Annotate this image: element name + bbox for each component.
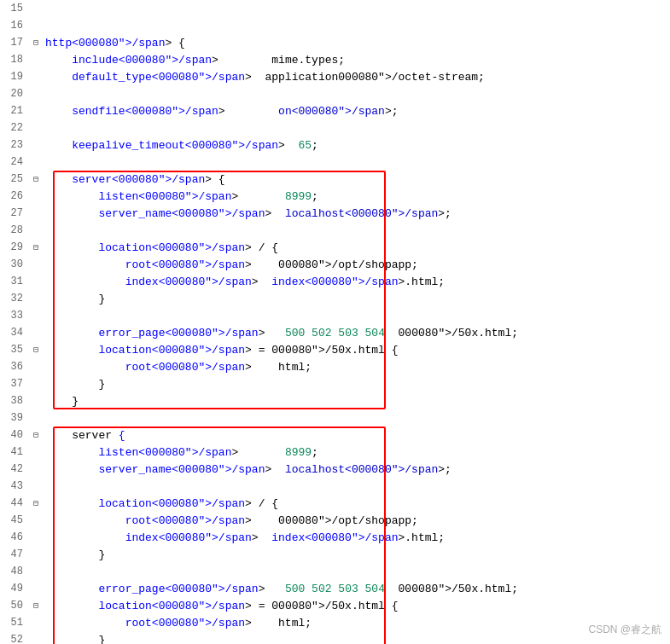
line-number: 47 <box>0 548 30 560</box>
code-text: root<000080">/span> 000080">/opt/shopapp… <box>42 514 418 527</box>
line-number: 50 <box>0 600 30 612</box>
code-line: 18 include<000080">/span> mime.types; <box>0 51 670 68</box>
code-line: 46 index<000080">/span> index<000080">/s… <box>0 529 670 546</box>
code-line: 40⊟ server { <box>0 426 670 444</box>
code-line: 32 } <box>0 290 670 307</box>
line-number: 18 <box>0 54 30 66</box>
fold-icon[interactable]: ⊟ <box>30 242 42 252</box>
code-line: 21 sendfile<000080">/span> on<000080">/s… <box>0 102 670 119</box>
code-line: 37 } <box>0 375 670 392</box>
code-line: 36 root<000080">/span> html; <box>0 358 670 375</box>
code-line: 48 <box>0 563 670 580</box>
line-number: 25 <box>0 173 30 185</box>
code-line: 20 <box>0 85 670 102</box>
code-text: location<000080">/span> / { <box>42 497 278 510</box>
code-line: 24 <box>0 154 670 171</box>
line-number: 39 <box>0 412 30 424</box>
code-text: http<000080">/span> { <box>42 37 185 49</box>
line-number: 29 <box>0 241 30 253</box>
line-number: 34 <box>0 327 30 339</box>
line-number: 16 <box>0 20 30 32</box>
code-line: 39 <box>0 409 670 426</box>
code-line: 34 error_page<000080">/span> 500 502 503… <box>0 324 670 341</box>
code-line: 25⊟ server<000080">/span> { <box>0 171 670 188</box>
code-line: 44⊟ location<000080">/span> / { <box>0 495 670 512</box>
code-text: } <box>42 378 105 391</box>
code-line: 38 } <box>0 392 670 409</box>
code-text: root<000080">/span> 000080">/opt/shopapp… <box>42 258 418 271</box>
code-line: 31 index<000080">/span> index<000080">/s… <box>0 273 670 290</box>
code-line: 47 } <box>0 546 670 563</box>
code-text: include<000080">/span> mime.types; <box>42 54 345 67</box>
code-line: 23 keepalive_timeout<000080">/span> 65; <box>0 136 670 154</box>
fold-icon[interactable]: ⊟ <box>30 430 42 440</box>
code-text: error_page<000080">/span> 500 502 503 50… <box>42 327 518 339</box>
code-text: index<000080">/span> index<000080">/span… <box>42 531 445 544</box>
code-text: root<000080">/span> html; <box>42 617 312 629</box>
code-text: } <box>42 634 105 645</box>
code-area: 151617⊟http<000080">/span> {18 include<0… <box>0 0 670 644</box>
fold-icon[interactable]: ⊟ <box>30 174 42 184</box>
code-editor: 151617⊟http<000080">/span> {18 include<0… <box>0 0 670 644</box>
fold-icon[interactable]: ⊟ <box>30 38 42 48</box>
line-number: 24 <box>0 156 30 168</box>
line-number: 37 <box>0 378 30 390</box>
fold-icon[interactable]: ⊟ <box>30 600 42 611</box>
watermark: CSDN @睿之航 <box>588 623 661 637</box>
code-line: 52 } <box>0 631 670 644</box>
code-text: server_name<000080">/span> localhost<000… <box>42 463 452 476</box>
code-line: 45 root<000080">/span> 000080">/opt/shop… <box>0 512 670 529</box>
line-number: 38 <box>0 395 30 407</box>
line-number: 31 <box>0 276 30 287</box>
code-text: } <box>42 293 105 305</box>
line-number: 30 <box>0 258 30 270</box>
line-number: 22 <box>0 122 30 134</box>
code-line: 16 <box>0 17 670 34</box>
code-line: 28 <box>0 222 670 239</box>
code-line: 30 root<000080">/span> 000080">/opt/shop… <box>0 256 670 273</box>
code-text: location<000080">/span> = 000080">/50x.h… <box>42 600 399 612</box>
line-number: 20 <box>0 88 30 100</box>
code-line: 43 <box>0 478 670 495</box>
line-number: 46 <box>0 531 30 543</box>
code-text: error_page<000080">/span> 500 502 503 50… <box>42 583 518 595</box>
code-line: 29⊟ location<000080">/span> / { <box>0 239 670 256</box>
line-number: 52 <box>0 634 30 644</box>
code-text: } <box>42 548 105 561</box>
code-text: } <box>42 395 79 408</box>
code-line: 51 root<000080">/span> html; <box>0 614 670 631</box>
line-number: 35 <box>0 344 30 356</box>
line-number: 45 <box>0 514 30 526</box>
code-text: server<000080">/span> { <box>42 173 225 186</box>
line-number: 33 <box>0 310 30 322</box>
code-text: root<000080">/span> html; <box>42 361 312 374</box>
code-line: 50⊟ location<000080">/span> = 000080">/5… <box>0 597 670 614</box>
line-number: 48 <box>0 566 30 577</box>
code-text: location<000080">/span> / { <box>42 241 278 254</box>
line-number: 44 <box>0 497 30 509</box>
code-line: 19 default_type<000080">/span> applicati… <box>0 68 670 85</box>
line-number: 28 <box>0 224 30 236</box>
code-text: server { <box>42 429 125 442</box>
line-number: 41 <box>0 446 30 458</box>
code-text: keepalive_timeout<000080">/span> 65; <box>42 139 318 152</box>
line-number: 49 <box>0 583 30 595</box>
code-line: 17⊟http<000080">/span> { <box>0 34 670 51</box>
fold-icon[interactable]: ⊟ <box>30 498 42 508</box>
code-text: listen<000080">/span> 8999; <box>42 446 318 459</box>
line-number: 36 <box>0 361 30 373</box>
line-number: 17 <box>0 37 30 49</box>
line-number: 43 <box>0 480 30 492</box>
line-number: 51 <box>0 617 30 629</box>
code-line: 49 error_page<000080">/span> 500 502 503… <box>0 580 670 597</box>
code-text: listen<000080">/span> 8999; <box>42 190 318 203</box>
code-text: sendfile<000080">/span> on<000080">/span… <box>42 105 399 118</box>
line-number: 19 <box>0 71 30 83</box>
line-number: 21 <box>0 105 30 117</box>
code-text: default_type<000080">/span> application0… <box>42 71 485 84</box>
fold-icon[interactable]: ⊟ <box>30 345 42 355</box>
line-number: 27 <box>0 207 30 219</box>
code-line: 22 <box>0 119 670 136</box>
code-line: 26 listen<000080">/span> 8999; <box>0 188 670 205</box>
code-line: 41 listen<000080">/span> 8999; <box>0 444 670 461</box>
